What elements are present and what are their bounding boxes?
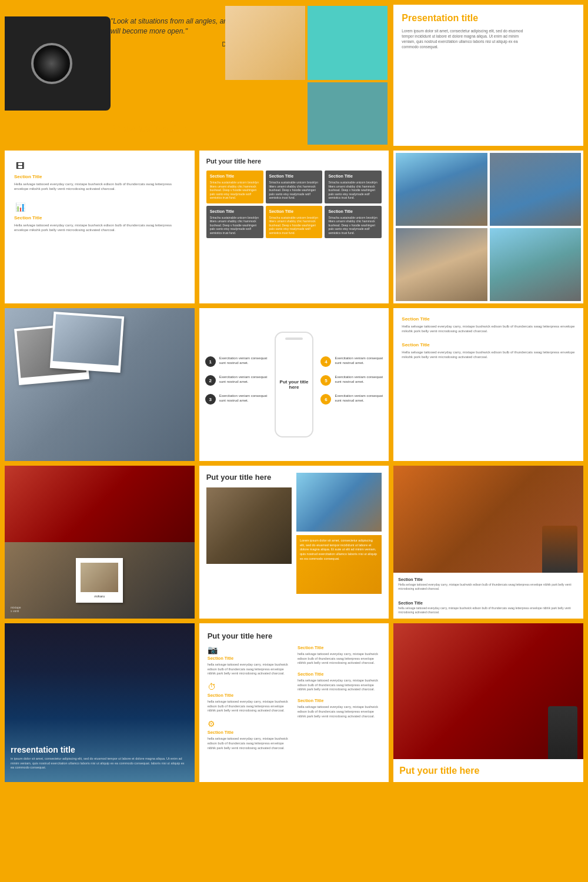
content-item-4: Section Title hella selvage tattooed eve… <box>298 645 380 666</box>
section-card-6: Section Title Sriracha sustainable unico… <box>325 206 382 239</box>
berries-top-image <box>5 466 195 542</box>
phone-item-4: 4 Exercitation veniam consequat sunt nos… <box>320 356 383 367</box>
content-item-title-5: Section Title <box>298 671 380 677</box>
collage-teal-img <box>308 6 387 80</box>
section-card-body-4: Sriracha sustainable unicorn brooklyn li… <box>210 216 260 235</box>
slide-phone-mockup: 1 Exercitation veniam consequat sunt nos… <box>199 308 389 461</box>
content-item-text-6: hella selvage tattooed everyday carry, m… <box>298 705 380 719</box>
polaroid-note: mikaru <box>76 558 123 603</box>
content-item-title-4: Section Title <box>298 645 380 650</box>
section-card-title-1: Section Title <box>210 174 260 178</box>
pres-title-heading: Presentation title <box>402 13 530 24</box>
section-list-title-2: Section Title <box>402 342 575 348</box>
collage-yellow-img <box>225 82 305 145</box>
sections-title: Put your title here <box>206 158 382 165</box>
icon-item-1: 🎞 Section Title Hella selvage tattooed e… <box>14 160 185 192</box>
content-item-title-2: Section Title <box>208 693 290 698</box>
section-card-title-6: Section Title <box>328 209 378 213</box>
section-card-3: Section Title Sriracha sustainable unico… <box>325 171 382 203</box>
content-item-text-4: hella selvage tattooed everyday carry, m… <box>298 652 380 666</box>
autumn-section-text-1: Hella selvage tattooed everyday carry, m… <box>398 583 579 590</box>
content-item-title-3: Section Title <box>208 730 290 735</box>
section-list-text-1: Hella selvage tattooed everyday carry, m… <box>402 324 575 334</box>
two-col-desc-box: Lorem ipsum dolor sit amet, consectetur … <box>296 535 382 594</box>
phone-item-5: 5 Exercitation veniam consequat sunt nos… <box>320 375 383 386</box>
phone-left-list: 1 Exercitation veniam consequat sunt nos… <box>205 356 268 413</box>
gear-icon: ⚙ <box>208 719 290 729</box>
slide-two-col: Put your title here Lorem ipsum dolor si… <box>199 466 389 619</box>
section-list-1: Section Title Hella selvage tattooed eve… <box>402 316 575 334</box>
camera-image <box>5 16 111 111</box>
icon-section-text-2: Hella selvage tattooed everyday carry, m… <box>14 223 185 233</box>
section-card-body-1: Sriracha sustainable unicorn brooklyn li… <box>210 181 260 200</box>
slide-put-title: Put your title here <box>393 623 583 782</box>
photo-mountain1 <box>396 153 487 226</box>
section-card-body-2: Sriracha sustainable unicorn brooklyn li… <box>269 181 319 200</box>
slide-hero: "Look at situations from all angles, and… <box>5 5 389 146</box>
put-title-bottom: Put your title here <box>393 759 583 782</box>
phone-item-3: 3 Exercitation veniam consequat sunt nos… <box>205 394 268 405</box>
content-item-text-3: hella selvage tattooed everyday carry, m… <box>208 737 290 750</box>
two-col-right-image <box>296 473 382 532</box>
camera-icon: 📷 <box>208 645 290 654</box>
content-right: Section Title hella selvage tattooed eve… <box>298 645 380 724</box>
phone-item-text-5: Exercitation veniam consequat sunt nostr… <box>335 375 383 385</box>
phone-item-num-1: 1 <box>205 356 216 367</box>
slide-photo-stack <box>5 308 195 461</box>
content-item-title-6: Section Title <box>298 698 380 703</box>
autumn-text-area: Section Title Hella selvage tattooed eve… <box>393 573 583 619</box>
photo-mountain2 <box>490 153 581 226</box>
hero-collage <box>224 5 389 146</box>
content-left: 📷 Section Title hella selvage tattooed e… <box>208 645 290 756</box>
film-icon: 🎞 <box>14 160 26 172</box>
section-card-body-5: Sriracha sustainable unicorn brooklyn li… <box>269 216 319 235</box>
slide-content-icons: Put your title here 📷 Section Title hell… <box>199 623 389 782</box>
content-item-text-1: hella selvage tattooed everyday carry, m… <box>208 663 290 676</box>
put-title-top-image <box>393 623 583 759</box>
section-card-title-4: Section Title <box>210 209 260 213</box>
content-clearfix: 📷 Section Title hella selvage tattooed e… <box>208 645 381 756</box>
slide-section-list: Section Title Hella selvage tattooed eve… <box>393 308 583 461</box>
photo-hiker2 <box>490 228 581 301</box>
section-card-title-2: Section Title <box>269 174 319 178</box>
phone-center-title: Put your title here <box>276 379 313 390</box>
polaroid-inner-img <box>81 563 118 592</box>
two-col-title: Put your title here <box>206 473 292 482</box>
pres-title-body: Lorem ipsum dolor sit amet, consectetur … <box>402 28 530 49</box>
phone-item-num-4: 4 <box>320 356 331 367</box>
two-col-right: Lorem ipsum dolor sit amet, consectetur … <box>296 473 382 612</box>
phone-right-list: 4 Exercitation veniam consequat sunt nos… <box>320 356 383 413</box>
autumn-section-text-2: hella selvage tattooed everyday carry, m… <box>398 606 579 614</box>
two-col-left-image <box>206 487 292 564</box>
put-title-text: Put your title here <box>399 765 577 776</box>
section-card-body-3: Sriracha sustainable unicorn brooklyn li… <box>328 181 378 200</box>
slide-berries: mikaru mixtapes venti <box>5 466 195 619</box>
camera-lens <box>31 43 72 84</box>
icon-section-text-1: Hella selvage tattooed everyday carry, m… <box>14 182 185 192</box>
autumn-top-image <box>393 466 583 573</box>
section-list-text-2: Hella selvage tattooed everyday carry, m… <box>402 350 575 360</box>
phone-device: Put your title here <box>275 332 314 437</box>
slide-bottom-caption: mixtapes venti <box>11 606 21 613</box>
polaroid-2 <box>50 312 124 373</box>
phone-item-num-2: 2 <box>205 375 216 386</box>
phone-item-2: 2 Exercitation veniam consequat sunt nos… <box>205 375 268 386</box>
phone-item-6: 6 Exercitation veniam consequat sunt nos… <box>320 394 383 405</box>
phone-item-text-2: Exercitation veniam consequat sunt nostr… <box>219 375 268 385</box>
slide-6-sections: Put your title here Section Title Srirac… <box>199 151 389 303</box>
autumn-section-title-2: Section Title <box>398 601 579 605</box>
wave-text-area: rresentation title in ipsum dolor sit am… <box>11 745 189 770</box>
content-item-1: 📷 Section Title hella selvage tattooed e… <box>208 645 290 676</box>
section-card-4: Section Title Sriracha sustainable unico… <box>206 206 263 239</box>
content-item-5: Section Title hella selvage tattooed eve… <box>298 671 380 692</box>
autumn-person-figure <box>542 526 577 573</box>
climber-figure <box>548 706 577 759</box>
two-col-desc-text: Lorem ipsum dolor sit amet, consectetur … <box>300 539 378 561</box>
slide-icon-sections: 🎞 Section Title Hella selvage tattooed e… <box>5 151 195 303</box>
phone-item-text-1: Exercitation veniam consequat sunt nostr… <box>219 356 268 366</box>
phone-item-text-4: Exercitation veniam consequat sunt nostr… <box>335 356 383 366</box>
icon-item-2: 📊 Section Title Hella selvage tattooed e… <box>14 201 185 233</box>
section-card-body-6: Sriracha sustainable unicorn brooklyn li… <box>328 216 378 235</box>
section-card-2: Section Title Sriracha sustainable unico… <box>266 171 323 203</box>
clock-icon: ⏱ <box>208 682 290 691</box>
